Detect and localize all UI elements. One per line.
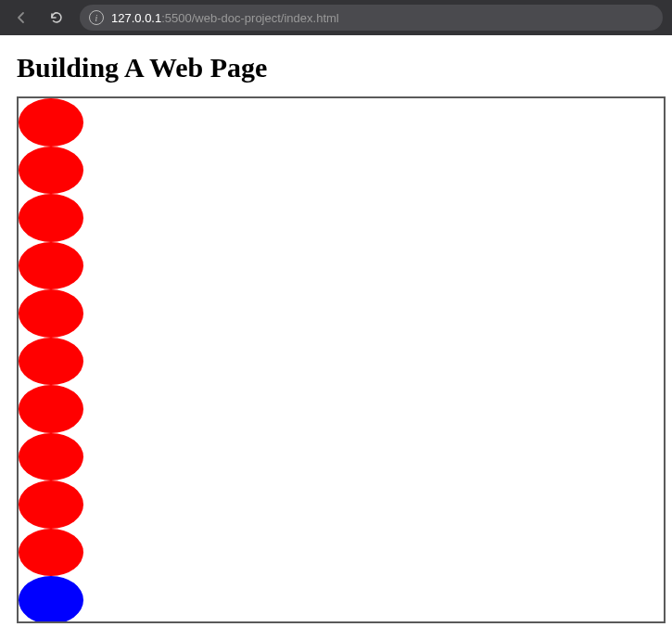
url-host: 127.0.0.1	[111, 11, 161, 25]
oval-shape	[19, 147, 83, 195]
oval-shape	[19, 98, 83, 147]
oval-shape	[19, 433, 83, 481]
url-path: :5500/web-doc-project/index.html	[161, 11, 339, 25]
address-bar[interactable]: i 127.0.0.1:5500/web-doc-project/index.h…	[80, 5, 663, 31]
oval-shape	[19, 289, 83, 338]
reload-button[interactable]	[44, 6, 69, 30]
oval-shape	[19, 529, 83, 577]
oval-shape	[19, 576, 83, 623]
oval-shape	[19, 385, 83, 433]
url-text: 127.0.0.1:5500/web-doc-project/index.htm…	[111, 11, 339, 25]
browser-toolbar: i 127.0.0.1:5500/web-doc-project/index.h…	[0, 0, 672, 35]
shape-container	[17, 96, 666, 623]
arrow-left-icon	[14, 10, 29, 25]
site-info-icon[interactable]: i	[89, 10, 104, 25]
back-button[interactable]	[9, 6, 33, 30]
oval-shape	[19, 480, 83, 529]
oval-shape	[19, 194, 83, 242]
oval-shape	[19, 338, 83, 386]
page-content: Building A Web Page	[0, 35, 672, 627]
page-title: Building A Web Page	[17, 52, 661, 83]
oval-shape	[19, 242, 83, 290]
reload-icon	[49, 10, 64, 25]
